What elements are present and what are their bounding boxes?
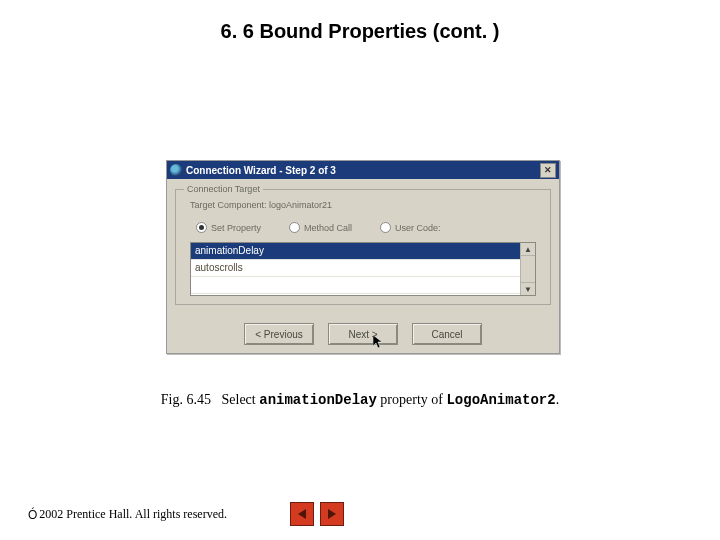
- target-value: logoAnimator21: [269, 200, 332, 210]
- radio-label: Method Call: [304, 223, 352, 233]
- previous-button[interactable]: < Previous: [244, 323, 314, 345]
- figure-caption: Fig. 6.45 Select animationDelay property…: [0, 392, 720, 408]
- radio-group: Set Property Method Call User Code:: [196, 222, 530, 233]
- radio-dot-icon: [380, 222, 391, 233]
- radio-label: User Code:: [395, 223, 441, 233]
- caption-code: LogoAnimator2: [446, 392, 555, 408]
- connection-wizard-dialog: Connection Wizard - Step 2 of 3 ✕ Connec…: [166, 160, 560, 354]
- app-icon: [170, 164, 182, 176]
- caption-text: property of: [377, 392, 447, 407]
- slide-title: 6. 6 Bound Properties (cont. ): [0, 20, 720, 43]
- connection-target-fieldset: Connection Target Target Component: logo…: [175, 189, 551, 305]
- triangle-right-icon: [325, 507, 339, 521]
- caption-text: Select: [222, 392, 260, 407]
- slide-nav: [290, 502, 344, 526]
- radio-dot-icon: [289, 222, 300, 233]
- radio-set-property[interactable]: Set Property: [196, 222, 261, 233]
- prev-slide-button[interactable]: [290, 502, 314, 526]
- property-listbox[interactable]: animationDelay autoscrolls ▲ ▼: [190, 242, 536, 296]
- scroll-down-icon[interactable]: ▼: [521, 282, 535, 295]
- scrollbar[interactable]: ▲ ▼: [520, 243, 535, 295]
- cancel-button[interactable]: Cancel: [412, 323, 482, 345]
- next-button-label: Next >: [348, 329, 377, 340]
- caption-text: .: [556, 392, 560, 407]
- next-slide-button[interactable]: [320, 502, 344, 526]
- radio-method-call[interactable]: Method Call: [289, 222, 352, 233]
- figure-number: Fig. 6.45: [161, 392, 211, 407]
- titlebar: Connection Wizard - Step 2 of 3 ✕: [167, 161, 559, 179]
- scroll-track[interactable]: [521, 256, 535, 282]
- button-row: < Previous Next > Cancel: [167, 323, 559, 345]
- triangle-left-icon: [295, 507, 309, 521]
- next-button[interactable]: Next >: [328, 323, 398, 345]
- target-prefix: Target Component:: [190, 200, 269, 210]
- list-item[interactable]: autoscrolls: [191, 260, 520, 277]
- list-item[interactable]: [191, 277, 520, 294]
- copyright-icon: Ó: [28, 508, 37, 522]
- radio-dot-icon: [196, 222, 207, 233]
- radio-user-code[interactable]: User Code:: [380, 222, 441, 233]
- scroll-up-icon[interactable]: ▲: [521, 243, 535, 256]
- caption-code: animationDelay: [259, 392, 377, 408]
- list-item[interactable]: animationDelay: [191, 243, 520, 260]
- footer-text: 2002 Prentice Hall. All rights reserved.: [39, 507, 227, 522]
- target-component-label: Target Component: logoAnimator21: [190, 200, 332, 210]
- footer: Ó 2002 Prentice Hall. All rights reserve…: [28, 507, 227, 522]
- radio-label: Set Property: [211, 223, 261, 233]
- fieldset-legend: Connection Target: [184, 184, 263, 194]
- close-button[interactable]: ✕: [540, 163, 556, 178]
- window-title: Connection Wizard - Step 2 of 3: [186, 165, 540, 176]
- list-column: animationDelay autoscrolls: [191, 243, 520, 295]
